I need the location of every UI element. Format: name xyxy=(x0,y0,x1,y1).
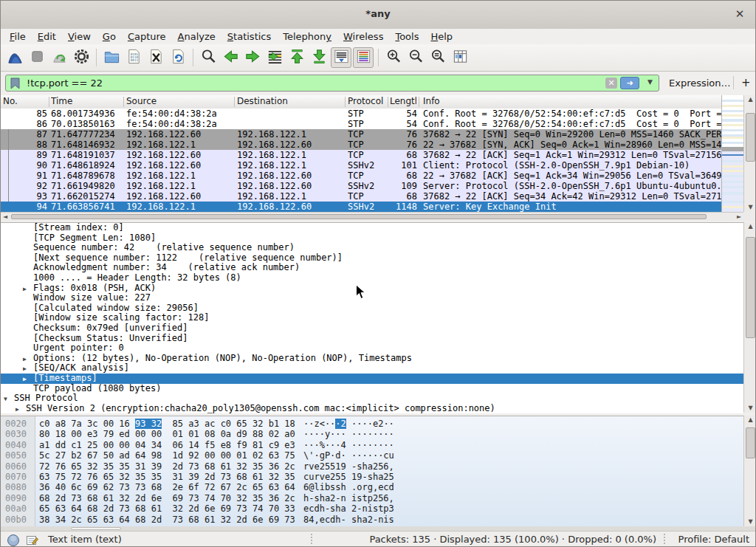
expert-info-icon[interactable] xyxy=(7,534,20,547)
intelligent-scrollbar-minimap[interactable] xyxy=(721,95,744,212)
collapsed-arrow-icon[interactable]: ▶ xyxy=(23,354,27,365)
packet-list-vscrollbar[interactable]: ▲ ▼ xyxy=(743,95,756,212)
start-capture-button[interactable] xyxy=(4,47,25,68)
scroll-left-icon[interactable]: ◄ xyxy=(1,213,10,221)
scroll-right-icon[interactable]: ► xyxy=(735,213,743,221)
detail-line[interactable]: [Stream index: 0] xyxy=(1,223,743,233)
column-header-info[interactable]: Info xyxy=(423,96,718,106)
menu-telephony[interactable]: Telephony xyxy=(277,30,337,44)
collapsed-arrow-icon[interactable]: ▶ xyxy=(16,405,19,413)
go-to-packet-button[interactable] xyxy=(264,47,285,68)
column-header-no[interactable]: No. xyxy=(3,96,46,106)
scroll-down-icon[interactable]: ▼ xyxy=(744,517,756,526)
column-separator[interactable] xyxy=(388,97,388,107)
scrollbar-thumb[interactable] xyxy=(71,527,121,530)
first-packet-button[interactable] xyxy=(286,47,307,68)
menu-capture[interactable]: Capture xyxy=(122,30,172,44)
scroll-up-icon[interactable]: ▲ xyxy=(744,416,756,424)
detail-line[interactable]: [Next sequence number: 1122 (relative se… xyxy=(1,253,743,264)
menu-analyze[interactable]: Analyze xyxy=(172,30,221,44)
menu-file[interactable]: File xyxy=(4,30,32,44)
detail-line[interactable]: [Window size scaling factor: 128] xyxy=(1,313,743,323)
detail-line[interactable]: ▶Options: (12 bytes), No-Operation (NOP)… xyxy=(1,354,743,364)
details-vscrollbar[interactable]: ▲ ▼ xyxy=(743,222,756,413)
detail-line[interactable]: ▶Flags: 0x018 (PSH, ACK) xyxy=(1,283,743,294)
detail-line[interactable]: Checksum: 0x79ed [unverified] xyxy=(1,323,743,334)
find-packet-button[interactable] xyxy=(198,47,219,68)
detail-line[interactable]: [Calculated window size: 29056] xyxy=(1,303,743,314)
detail-line[interactable]: Sequence number: 42 (relative sequence n… xyxy=(1,243,743,253)
hex-row[interactable]: 00b038 34 2c 65 63 64 68 2d 73 68 61 32 … xyxy=(1,515,743,525)
menu-statistics[interactable]: Statistics xyxy=(221,30,277,44)
scroll-down-icon[interactable]: ▼ xyxy=(744,203,756,212)
scroll-down-icon[interactable]: ▼ xyxy=(744,404,756,413)
packet-row[interactable]: 9271.661949820192.168.122.1192.168.122.6… xyxy=(1,181,721,191)
hex-row[interactable]: 007063 75 72 76 65 32 35 35 31 39 2d 73 … xyxy=(1,472,743,482)
hex-row[interactable]: 0020c0 a8 7a 3c 00 16 93 32 85 a3 ac c0 … xyxy=(1,419,743,429)
restart-capture-button[interactable] xyxy=(49,47,69,68)
hex-row[interactable]: 00505c 27 b2 67 50 ad 64 98 1d 92 00 00 … xyxy=(1,450,743,461)
packet-row[interactable]: 8871.648146932192.168.122.1192.168.122.6… xyxy=(1,140,721,150)
detail-line[interactable]: [TCP Segment Len: 1080] xyxy=(1,233,743,244)
detail-line[interactable]: ▼SSH Protocol xyxy=(1,393,743,404)
detail-line[interactable]: ▶SSH Version 2 (encryption:chacha20_poly… xyxy=(1,404,743,413)
column-header-destination[interactable]: Destination xyxy=(237,96,345,106)
bytes-vscrollbar[interactable]: ▲ ▼ xyxy=(743,416,756,526)
menu-go[interactable]: Go xyxy=(97,30,122,44)
menu-edit[interactable]: Edit xyxy=(32,30,62,44)
menu-help[interactable]: Help xyxy=(425,30,458,44)
packet-row[interactable]: 9071.648618924192.168.122.60192.168.122.… xyxy=(1,160,721,171)
status-profile[interactable]: Profile: Default xyxy=(678,534,749,545)
next-packet-button[interactable] xyxy=(242,47,263,68)
column-header-length[interactable]: Length xyxy=(390,96,416,106)
hex-row[interactable]: 0040a1 dd c1 25 00 00 04 34 06 14 f5 e8 … xyxy=(1,440,743,450)
capture-options-button[interactable] xyxy=(71,47,92,68)
packet-list-hscrollbar[interactable]: ◄ ► xyxy=(1,212,743,221)
menu-view[interactable]: View xyxy=(62,30,97,44)
hex-row[interactable]: 008036 40 6c 69 62 73 73 68 2e 6f 72 67 … xyxy=(1,482,743,492)
collapsed-arrow-icon[interactable]: ▶ xyxy=(23,284,27,295)
zoom-reset-button[interactable] xyxy=(427,47,448,68)
display-filter-input[interactable]: !tcp.port == 22 ✕ ➜ ▼ xyxy=(5,75,659,92)
apply-filter-icon[interactable]: ➜ xyxy=(620,77,639,89)
resize-columns-button[interactable] xyxy=(450,47,470,68)
column-header-protocol[interactable]: Protocol xyxy=(348,96,388,106)
hex-row[interactable]: 006072 76 65 32 35 35 31 39 2d 73 68 61 … xyxy=(1,461,743,472)
zoom-in-button[interactable] xyxy=(383,47,404,68)
scrollbar-thumb[interactable] xyxy=(746,427,755,458)
packet-row[interactable]: 9371.662015274192.168.122.60192.168.122.… xyxy=(1,191,721,202)
detail-line[interactable]: [Checksum Status: Unverified] xyxy=(1,334,743,344)
packet-row[interactable]: 9471.663856741192.168.122.1192.168.122.6… xyxy=(1,202,721,212)
collapsed-arrow-icon[interactable]: ▶ xyxy=(23,364,27,374)
scrollbar-thumb[interactable] xyxy=(746,113,755,162)
scroll-up-icon[interactable]: ▲ xyxy=(744,222,756,231)
filter-dropdown-icon[interactable]: ▼ xyxy=(647,78,653,86)
close-file-button[interactable] xyxy=(145,47,166,68)
stop-capture-button[interactable] xyxy=(27,47,47,68)
packet-row[interactable]: 8670.013850163fe:54:00:d4:38:2aSTP54Conf… xyxy=(1,119,721,129)
hex-row[interactable]: 003080 18 00 e3 79 ed 00 00 01 01 08 0a … xyxy=(1,429,743,439)
expanded-arrow-icon[interactable]: ▼ xyxy=(4,394,7,405)
column-separator[interactable] xyxy=(234,97,235,107)
open-file-button[interactable] xyxy=(101,47,122,68)
bookmark-icon[interactable] xyxy=(10,78,21,89)
column-header-source[interactable]: Source xyxy=(126,96,234,106)
add-filter-button[interactable]: + xyxy=(741,76,751,89)
filter-expression-text[interactable]: !tcp.port == 22 xyxy=(27,78,103,89)
detail-line[interactable]: ▶[SEQ/ACK analysis] xyxy=(1,363,743,374)
zoom-out-button[interactable] xyxy=(405,47,426,68)
expression-button[interactable]: Expression… xyxy=(669,78,731,89)
detail-line[interactable]: Window size value: 227 xyxy=(1,293,743,303)
column-separator[interactable] xyxy=(123,97,124,107)
scrollbar-thumb[interactable] xyxy=(11,214,707,219)
packet-row[interactable]: 8971.648191037192.168.122.60192.168.122.… xyxy=(1,150,721,160)
packet-row[interactable]: 9171.648789678192.168.122.1192.168.122.6… xyxy=(1,171,721,181)
collapsed-arrow-icon[interactable]: ▶ xyxy=(23,374,27,385)
menu-wireless[interactable]: Wireless xyxy=(337,30,389,44)
detail-line[interactable]: Urgent pointer: 0 xyxy=(1,343,743,354)
menu-tools[interactable]: Tools xyxy=(389,30,425,44)
auto-scroll-button[interactable] xyxy=(331,47,351,68)
hex-row[interactable]: 00a065 63 64 68 2d 73 68 61 32 2d 6e 69 … xyxy=(1,503,743,514)
previous-packet-button[interactable] xyxy=(220,47,241,68)
scroll-up-icon[interactable]: ▲ xyxy=(744,95,756,104)
